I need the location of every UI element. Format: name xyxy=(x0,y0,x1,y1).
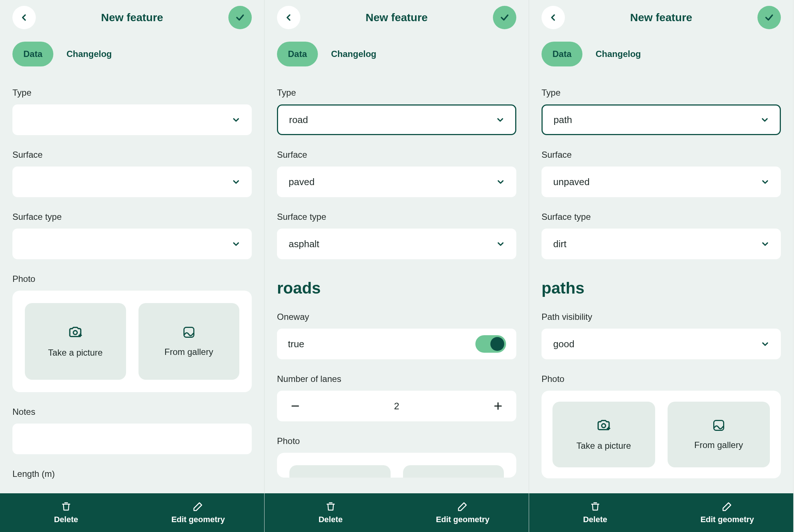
label-type: Type xyxy=(542,88,781,98)
lanes-decrement[interactable] xyxy=(288,399,303,413)
header: New feature xyxy=(265,0,529,35)
from-gallery-label: From gallery xyxy=(164,347,213,357)
label-photo: Photo xyxy=(12,274,252,284)
panel-3: New feature Data Changelog Type path Sur… xyxy=(529,0,794,532)
take-picture-tile[interactable] xyxy=(289,465,391,478)
tab-data[interactable]: Data xyxy=(277,42,318,66)
surface-type-select[interactable]: dirt xyxy=(542,229,781,259)
toggle-knob xyxy=(490,337,504,351)
photo-card: Take a picture From gallery xyxy=(542,391,781,478)
surface-value: unpaved xyxy=(553,176,590,188)
delete-button[interactable]: Delete xyxy=(265,493,397,532)
chevron-left-icon xyxy=(549,13,558,22)
pencil-icon xyxy=(722,501,733,512)
type-value: road xyxy=(289,114,308,126)
plus-icon xyxy=(493,401,504,412)
svg-point-7 xyxy=(602,424,606,428)
svg-rect-3 xyxy=(184,328,194,337)
gallery-icon xyxy=(712,419,725,432)
label-length: Length (m) xyxy=(12,469,252,479)
from-gallery-tile[interactable] xyxy=(403,465,504,478)
chevron-left-icon xyxy=(284,13,293,22)
tabs: Data Changelog xyxy=(265,35,529,70)
label-oneway: Oneway xyxy=(277,312,516,322)
label-surface-type: Surface type xyxy=(12,212,252,222)
lanes-increment[interactable] xyxy=(491,399,505,413)
lanes-value: 2 xyxy=(394,401,399,412)
chevron-down-icon xyxy=(761,340,769,348)
label-surface-type: Surface type xyxy=(542,212,781,222)
surface-select[interactable]: unpaved xyxy=(542,167,781,197)
label-notes: Notes xyxy=(12,407,252,417)
label-type: Type xyxy=(277,88,516,98)
minus-icon xyxy=(290,401,301,412)
edit-geometry-label: Edit geometry xyxy=(436,515,490,524)
panel-2: New feature Data Changelog Type road Sur… xyxy=(265,0,529,532)
take-picture-tile[interactable]: Take a picture xyxy=(552,402,655,467)
chevron-down-icon xyxy=(761,240,769,248)
edit-geometry-button[interactable]: Edit geometry xyxy=(661,493,794,532)
chevron-down-icon xyxy=(232,116,240,124)
type-select[interactable] xyxy=(12,104,252,135)
label-photo: Photo xyxy=(277,436,516,446)
confirm-button[interactable] xyxy=(228,6,252,29)
label-surface: Surface xyxy=(277,150,516,160)
surface-value: paved xyxy=(289,176,315,188)
lanes-stepper: 2 xyxy=(277,391,516,421)
chevron-down-icon xyxy=(232,240,240,248)
trash-icon xyxy=(325,501,336,512)
delete-button[interactable]: Delete xyxy=(0,493,132,532)
bottom-bar: Delete Edit geometry xyxy=(0,493,264,532)
delete-label: Delete xyxy=(319,515,343,524)
from-gallery-tile[interactable]: From gallery xyxy=(138,303,240,380)
tab-data[interactable]: Data xyxy=(12,42,53,66)
oneway-toggle[interactable] xyxy=(475,335,506,353)
visibility-select[interactable]: good xyxy=(542,329,781,359)
surface-type-select[interactable]: asphalt xyxy=(277,229,516,259)
tab-changelog[interactable]: Changelog xyxy=(585,42,652,66)
tab-changelog[interactable]: Changelog xyxy=(56,42,123,66)
svg-rect-10 xyxy=(714,421,723,430)
surface-select[interactable] xyxy=(12,167,252,197)
surface-select[interactable]: paved xyxy=(277,167,516,197)
photo-card: Take a picture From gallery xyxy=(12,291,252,392)
surface-type-value: dirt xyxy=(553,238,566,250)
photo-card xyxy=(277,453,516,478)
chevron-down-icon xyxy=(497,240,505,248)
surface-type-value: asphalt xyxy=(289,238,319,250)
edit-geometry-button[interactable]: Edit geometry xyxy=(132,493,265,532)
type-select[interactable]: path xyxy=(542,104,781,135)
svg-point-0 xyxy=(73,331,77,335)
edit-geometry-label: Edit geometry xyxy=(700,515,754,524)
pencil-icon xyxy=(193,501,204,512)
visibility-value: good xyxy=(553,338,574,350)
tabs: Data Changelog xyxy=(529,35,793,70)
take-picture-tile[interactable]: Take a picture xyxy=(25,303,126,380)
label-lanes: Number of lanes xyxy=(277,374,516,384)
surface-type-select[interactable] xyxy=(12,229,252,259)
notes-input[interactable] xyxy=(12,424,252,454)
trash-icon xyxy=(61,501,72,512)
from-gallery-label: From gallery xyxy=(694,440,743,450)
trash-icon xyxy=(590,501,601,512)
panel-1: New feature Data Changelog Type Surface … xyxy=(0,0,265,532)
confirm-button[interactable] xyxy=(757,6,781,29)
form: Type path Surface unpaved Surface type d… xyxy=(529,70,793,478)
label-surface: Surface xyxy=(12,150,252,160)
tabs: Data Changelog xyxy=(0,35,264,70)
confirm-button[interactable] xyxy=(493,6,516,29)
edit-geometry-button[interactable]: Edit geometry xyxy=(397,493,529,532)
tab-changelog[interactable]: Changelog xyxy=(320,42,387,66)
back-button[interactable] xyxy=(277,6,300,29)
page-title: New feature xyxy=(365,11,428,24)
take-picture-label: Take a picture xyxy=(48,348,103,358)
tab-data[interactable]: Data xyxy=(542,42,582,66)
back-button[interactable] xyxy=(12,6,36,29)
back-button[interactable] xyxy=(542,6,565,29)
chevron-down-icon xyxy=(496,116,504,124)
pencil-icon xyxy=(457,501,468,512)
form: Type Surface Surface type Photo Take a p… xyxy=(0,70,264,479)
delete-button[interactable]: Delete xyxy=(529,493,661,532)
type-select[interactable]: road xyxy=(277,104,516,135)
from-gallery-tile[interactable]: From gallery xyxy=(668,402,770,467)
